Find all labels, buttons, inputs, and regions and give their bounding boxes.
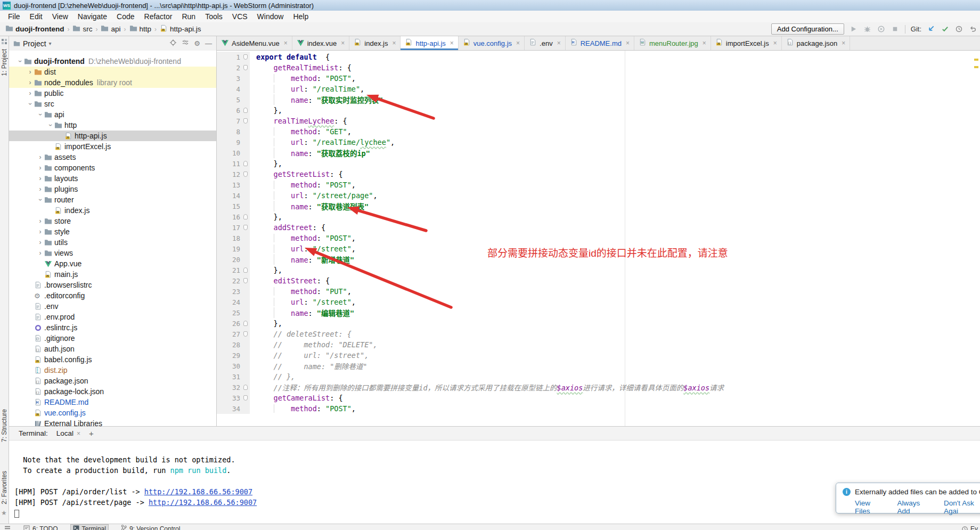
fold-marker-icon[interactable] — [243, 225, 248, 230]
tree-item-components[interactable]: ›components — [9, 162, 216, 173]
error-stripe-mark[interactable] — [974, 59, 978, 61]
tree-item-http-api.js[interactable]: JShttp-api.js — [9, 131, 216, 141]
menu-item-run[interactable]: Run — [177, 11, 200, 22]
tab-index.vue[interactable]: index.vue× — [292, 36, 350, 50]
chevron-right-icon[interactable]: › — [26, 79, 34, 86]
tab-vue.config.js[interactable]: JSvue.config.js× — [459, 36, 525, 50]
menu-item-vcs[interactable]: VCS — [227, 11, 252, 22]
tab-close-icon[interactable]: × — [392, 39, 396, 47]
menu-item-refactor[interactable]: Refactor — [140, 11, 177, 22]
settings-gear-icon[interactable]: ⚙ — [194, 39, 200, 47]
fold-marker-icon[interactable] — [243, 54, 248, 60]
tree-item-api[interactable]: ›api — [9, 109, 216, 120]
tab-AsideMenu.vue[interactable]: AsideMenu.vue× — [217, 36, 292, 50]
fold-marker-icon[interactable] — [243, 65, 248, 70]
terminal-tab-local[interactable]: Local × — [56, 429, 80, 437]
menu-item-edit[interactable]: Edit — [25, 11, 47, 22]
chevron-right-icon[interactable]: › — [26, 68, 34, 76]
close-icon[interactable]: × — [77, 430, 80, 437]
git-commit-icon[interactable] — [941, 25, 949, 34]
statusbar-item-Terminal[interactable]: Terminal — [71, 525, 108, 530]
tree-item-package.json[interactable]: {}package.json — [9, 376, 216, 386]
code-line-6[interactable]: 6 }, — [217, 105, 980, 116]
tab-close-icon[interactable]: × — [842, 39, 845, 47]
breadcrumb-item-api[interactable]: api — [101, 25, 120, 34]
code-line-1[interactable]: 1export default { — [217, 52, 980, 62]
code-line-21[interactable]: 21 }, — [217, 265, 980, 275]
code-line-31[interactable]: 31 // }, — [217, 371, 980, 382]
rollback-icon[interactable] — [968, 25, 977, 34]
code-line-14[interactable]: 14 url: "/street/page", — [217, 190, 980, 201]
code-line-2[interactable]: 2 getRealTimeList: { — [217, 62, 980, 73]
tree-item-.browserslistrc[interactable]: .browserslistrc — [9, 280, 216, 290]
stop-icon[interactable] — [891, 25, 900, 34]
tab-index.js[interactable]: JSindex.js× — [349, 36, 401, 50]
tree-item-App.vue[interactable]: App.vue — [9, 258, 216, 269]
menu-item-help[interactable]: Help — [288, 11, 313, 22]
code-line-4[interactable]: 4 url: "/realTime", — [217, 84, 980, 94]
code-line-32[interactable]: 32 //注释：所有用到删除的接口都需要拼接变量id，所以请求方式采用了挂载在原… — [217, 382, 980, 393]
chevron-down-icon[interactable]: › — [36, 111, 44, 118]
dont-ask-again-link[interactable]: Don't Ask Agai — [944, 499, 980, 515]
tree-item-src[interactable]: ›src — [9, 99, 216, 109]
tab-close-icon[interactable]: × — [516, 39, 520, 47]
code-line-18[interactable]: 18 method: "POST", — [217, 233, 980, 243]
tree-item-http[interactable]: ›http — [9, 120, 216, 131]
chevron-right-icon[interactable]: › — [36, 153, 44, 161]
code-line-12[interactable]: 12 getStreetList: { — [217, 169, 980, 180]
tree-item-babel.config.js[interactable]: JSbabel.config.js — [9, 354, 216, 365]
event-log-item[interactable]: Ev — [962, 525, 978, 530]
tab-close-icon[interactable]: × — [703, 39, 706, 47]
code-line-16[interactable]: 16 }, — [217, 211, 980, 222]
project-panel-title[interactable]: Project ▾ — [13, 39, 52, 48]
tab-menuRouter.jpg[interactable]: menuRouter.jpg× — [634, 36, 711, 50]
tree-item-public[interactable]: ›public — [9, 88, 216, 99]
code-line-26[interactable]: 26 }, — [217, 318, 980, 329]
tab-close-icon[interactable]: × — [284, 39, 288, 47]
tab-close-icon[interactable]: × — [626, 39, 630, 47]
code-line-10[interactable]: 10 name: "获取荔枝的ip" — [217, 148, 980, 158]
tab-close-icon[interactable]: × — [773, 39, 777, 47]
fold-marker-icon[interactable] — [243, 267, 248, 273]
tree-item-.env[interactable]: .env — [9, 301, 216, 312]
code-line-9[interactable]: 9 url: "/realTime/lychee", — [217, 137, 980, 148]
tree-item-style[interactable]: ›style — [9, 226, 216, 237]
chevron-right-icon[interactable]: › — [36, 249, 44, 257]
git-update-icon[interactable] — [927, 25, 935, 34]
tree-item-vue.config.js[interactable]: JSvue.config.js — [9, 407, 216, 418]
chevron-right-icon[interactable]: › — [36, 228, 44, 235]
run-icon[interactable] — [850, 25, 858, 34]
tab-http-api.js[interactable]: JShttp-api.js× — [401, 36, 458, 50]
tab-.env[interactable]: .env× — [525, 36, 566, 50]
code-line-34[interactable]: 34 method: "POST", — [217, 403, 980, 414]
tab-importExcel.js[interactable]: JSimportExcel.js× — [711, 36, 782, 50]
tab-close-icon[interactable]: × — [341, 39, 345, 47]
tree-item-plugins[interactable]: ›plugins — [9, 184, 216, 194]
menu-item-navigate[interactable]: Navigate — [73, 11, 112, 22]
code-line-22[interactable]: 22 editStreet: { — [217, 275, 980, 286]
tree-item-README.md[interactable]: README.md — [9, 397, 216, 407]
tree-item-.gitignore[interactable]: .gitignore — [9, 333, 216, 344]
tool-button-project[interactable]: 1: Project — [1, 49, 9, 76]
new-terminal-session-icon[interactable]: + — [89, 429, 94, 438]
chevron-down-icon[interactable]: › — [46, 121, 54, 129]
tree-item-router[interactable]: ›router — [9, 194, 216, 205]
favorites-star-icon[interactable]: ★ — [1, 509, 7, 517]
tree-item-auth.json[interactable]: {}auth.json — [9, 344, 216, 354]
tree-item-importExcel.js[interactable]: JSimportExcel.js — [9, 141, 216, 152]
always-add-link[interactable]: Always Add — [897, 499, 933, 515]
history-icon[interactable] — [954, 25, 963, 34]
error-stripe-mark[interactable] — [974, 66, 978, 68]
tree-item-assets[interactable]: ›assets — [9, 152, 216, 162]
tab-package.json[interactable]: {}package.json× — [782, 36, 851, 50]
menu-item-code[interactable]: Code — [112, 11, 139, 22]
tool-button-structure[interactable]: 7: Structure — [1, 409, 9, 442]
chevron-right-icon[interactable]: › — [36, 164, 44, 172]
fold-marker-icon[interactable] — [243, 385, 248, 390]
tree-item-node_modules[interactable]: ›node_moduleslibrary root — [9, 77, 216, 88]
tab-README.md[interactable]: README.md× — [566, 36, 634, 50]
code-line-3[interactable]: 3 method: "POST", — [217, 73, 980, 84]
view-options-icon[interactable] — [182, 39, 189, 48]
chevron-right-icon[interactable]: › — [36, 175, 44, 182]
fold-marker-icon[interactable] — [243, 214, 248, 219]
